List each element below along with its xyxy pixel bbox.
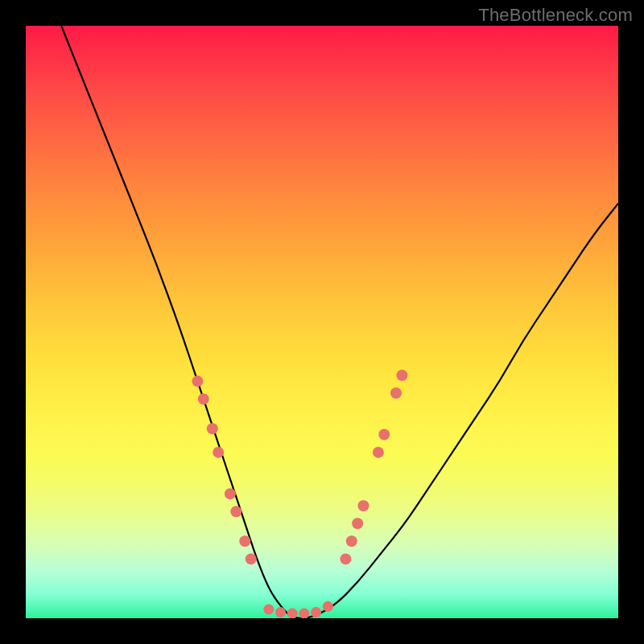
curve-marker xyxy=(198,394,209,405)
curve-marker xyxy=(287,609,298,618)
curve-marker xyxy=(358,500,369,511)
curve-marker xyxy=(239,535,250,547)
curve-marker xyxy=(230,506,242,518)
curve-markers xyxy=(192,369,407,618)
curve-marker xyxy=(311,607,321,617)
curve-marker xyxy=(323,601,333,612)
curve-marker xyxy=(275,607,286,617)
curve-marker xyxy=(263,605,274,615)
curve-marker xyxy=(340,553,351,564)
curve-marker xyxy=(299,609,309,618)
curve-marker xyxy=(207,423,218,435)
curve-marker xyxy=(390,387,402,398)
curve-marker xyxy=(225,488,236,499)
curve-marker xyxy=(346,535,357,547)
bottleneck-curve-svg xyxy=(26,26,618,618)
bottleneck-curve xyxy=(61,26,618,618)
curve-marker xyxy=(246,553,257,564)
curve-marker xyxy=(396,369,407,381)
curve-marker xyxy=(373,447,384,458)
curve-marker xyxy=(192,376,203,387)
curve-marker xyxy=(213,447,224,458)
chart-frame: TheBottleneck.com xyxy=(0,0,644,644)
curve-marker xyxy=(352,518,363,529)
chart-plot-area xyxy=(26,26,618,618)
curve-marker xyxy=(378,429,390,440)
watermark-text: TheBottleneck.com xyxy=(478,5,633,26)
